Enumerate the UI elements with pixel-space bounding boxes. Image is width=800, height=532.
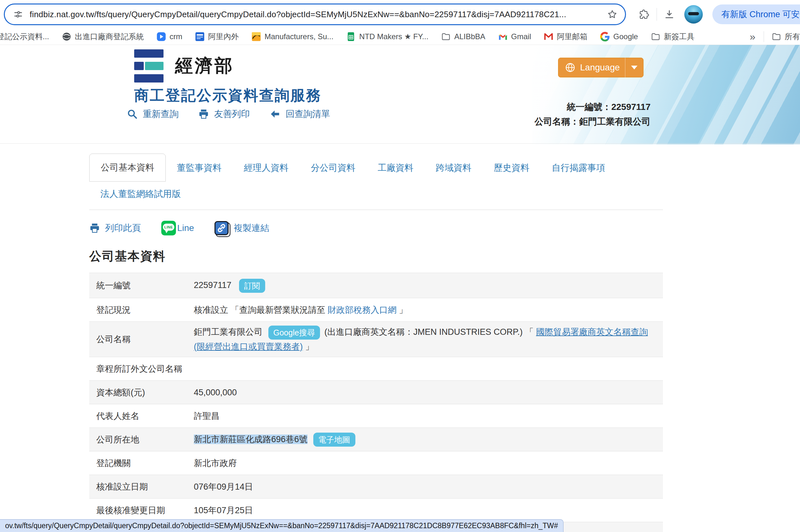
all-bookmarks-folder[interactable]: 所有 [771,32,800,42]
sheets-favicon [346,32,356,41]
language-label: Language [580,62,620,73]
ban-number-value: 22597117 [194,280,231,290]
moea-logo[interactable]: 經濟部 [134,50,234,82]
row-label: 公司名稱 [89,334,194,345]
gmail-favicon [498,32,508,41]
line-label: Line [177,223,194,233]
moea-logo-mark [134,50,164,82]
row-label: 登記機關 [89,457,194,469]
representative-value: 許聖昌 [194,409,663,423]
folder-icon [441,32,451,41]
tax-portal-link[interactable]: 財政部稅務入口網 [328,305,396,315]
bookmark-item[interactable]: Google [600,32,638,41]
bookmark-item[interactable]: Manufacturers, Su... [252,32,333,41]
bookmark-item[interactable]: Gmail [498,32,531,41]
table-row: 資本總額(元) 45,000,000 [89,381,663,404]
e-map-badge[interactable]: 電子地圖 [313,433,355,446]
english-name-note: (出進口廠商英文名稱：JMEN INDUSTRIES CORP.) [324,327,523,337]
folder-icon [771,32,781,41]
table-row: 登記機關 新北市政府 [89,451,663,475]
bookmark-item[interactable]: 出進口廠商登記系統 [62,32,144,42]
printer-icon [89,223,100,233]
tab-branches[interactable]: 分公司資料 [300,154,367,182]
bookmark-folder[interactable]: ALIBbBA [441,32,485,41]
bookmark-label: NTD Makers ★ FY... [359,32,428,41]
last-change-date-value: 105年07月25日 [194,503,663,517]
bookmark-folder[interactable]: 新簽工具 [651,32,694,42]
tab-company-basic[interactable]: 公司基本資料 [89,154,166,182]
back-to-results-link[interactable]: 回查詢清單 [269,108,330,120]
tab-bar: 公司基本資料 董監事資料 經理人資料 分公司資料 工廠資料 跨域資料 歷史資料 … [89,154,663,182]
company-info-table: 統一編號 22597117 訂閱 登記現況 核准設立 「查詢最新營業狀況請至 財… [89,273,663,532]
section-title: 公司基本資料 [89,248,663,264]
extensions-puzzle-icon[interactable] [639,9,650,20]
ministry-name: 經濟部 [175,54,234,78]
table-row: 核准設立日期 076年09月14日 [89,475,663,498]
language-dropdown-caret[interactable] [625,65,643,70]
bookmark-label: 新簽工具 [664,32,694,42]
row-value: 鉅門工業有限公司 Google搜尋 (出進口廠商英文名稱：JMEN INDUST… [194,325,663,354]
registration-authority-value: 新北市政府 [194,456,663,470]
table-row: 統一編號 22597117 訂閱 [89,273,663,298]
tab-self-disclosure[interactable]: 自行揭露事項 [541,154,616,182]
table-row: 公司所在地 新北市新莊區化成路696巷6號 電子地圖 [89,428,663,451]
row-label: 代表人姓名 [89,410,194,422]
line-icon [161,221,176,235]
copy-link-link[interactable]: 複製連結 [215,221,269,235]
bookmark-label: Manufacturers, Su... [264,32,333,41]
back-to-results-label: 回查詢清單 [285,108,330,120]
row-value: 核准設立 「查詢最新營業狀況請至 財政部稅務入口網 」 [194,303,663,317]
tab-managers[interactable]: 經理人資料 [233,154,300,182]
row-value: 新北市新莊區化成路696巷6號 電子地圖 [194,432,663,447]
language-button[interactable]: Language [558,58,644,77]
row-label: 登記現況 [89,304,194,316]
print-page-label: 列印此頁 [105,222,141,234]
tab-history[interactable]: 歷史資料 [483,154,541,182]
tab-factory[interactable]: 工廠資料 [367,154,425,182]
registration-status-text: 核准設立 「查詢最新營業狀況請至 [194,305,328,315]
row-value: 22597117 訂閱 [194,278,663,293]
search-icon [127,109,138,119]
line-share-link[interactable]: Line [161,221,194,235]
bookmarks-bar: 登記公示資料... 出進口廠商登記系統 crm 阿里內外 [0,29,800,44]
bookmarks-overflow-area: » 所有 [746,29,800,44]
tab-cross-domain[interactable]: 跨域資料 [425,154,483,182]
bookmark-label: 所有 [785,32,800,42]
tab-corporate-network-trial[interactable]: 法人董監網絡試用版 [89,183,192,205]
table-row: 最後核准變更日期 105年07月25日 [89,498,663,522]
bookmark-item[interactable]: crm [156,32,182,41]
alibaba-favicon [195,32,205,41]
subscribe-badge[interactable]: 訂閱 [239,279,265,293]
ban-number-line: 統一編號：22597117 [535,100,651,114]
row-label: 資本總額(元) [89,387,194,398]
bookmark-item[interactable]: 阿里邮箱 [544,32,588,42]
row-label: 章程所訂外文公司名稱 [89,363,194,375]
header-toolbar: 重新查詢 友善列印 回查詢清單 [127,108,330,120]
toolbar-separator [656,8,657,21]
bookmark-item[interactable]: 阿里內外 [195,32,239,42]
tab-directors[interactable]: 董監事資料 [166,154,233,182]
friendly-print-link[interactable]: 友善列印 [198,108,250,120]
bookmark-star-icon[interactable] [607,9,617,19]
download-icon[interactable] [664,9,675,20]
capital-value: 45,000,000 [194,385,663,399]
bookmark-item[interactable]: NTD Makers ★ FY... [346,32,428,41]
row-label: 最後核准變更日期 [89,505,194,516]
google-favicon [600,32,610,41]
bookmark-item[interactable]: 登記公示資料... [0,32,49,42]
address-bar[interactable]: findbiz.nat.gov.tw/fts/query/QueryCmpyDe… [4,3,626,25]
subtab-row: 法人董監網絡試用版 [89,183,663,205]
bookmark-label: crm [170,32,182,41]
caret-down-icon [631,65,637,70]
print-page-link[interactable]: 列印此頁 [89,222,141,234]
tabs-divider [89,210,663,210]
profile-avatar[interactable] [684,5,703,23]
site-settings-icon[interactable] [13,9,23,19]
chrome-update-chip[interactable]: 有新版 Chrome 可安裝 [712,4,800,24]
google-search-badge[interactable]: Google搜尋 [268,326,320,340]
requery-link[interactable]: 重新查詢 [127,108,179,120]
url-text[interactable]: findbiz.nat.gov.tw/fts/query/QueryCmpyDe… [30,10,601,19]
bookmark-label: 阿里邮箱 [557,32,588,42]
table-row: 章程所訂外文公司名稱 [89,357,663,381]
bookmarks-overflow-chevron[interactable]: » [750,31,756,43]
